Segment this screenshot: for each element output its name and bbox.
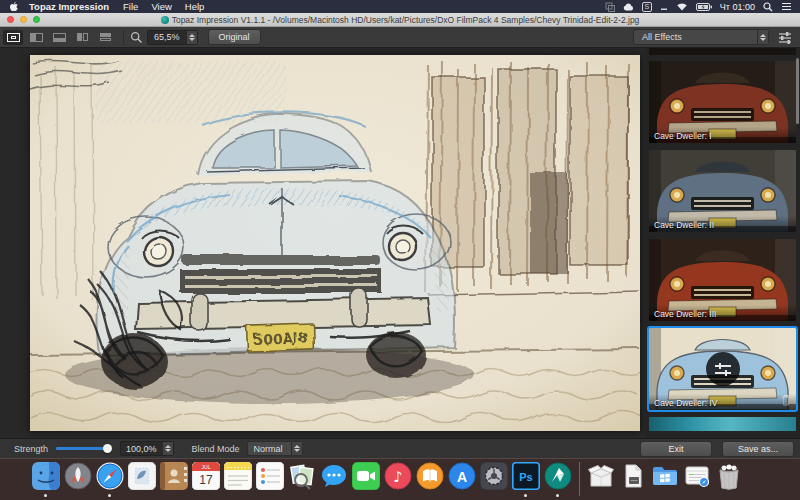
action-buttons: Exit Save as... [640, 441, 800, 457]
dock-topaz-impression[interactable] [544, 462, 572, 490]
windows-folder-icon [651, 462, 679, 490]
blend-mode-stepper[interactable] [291, 442, 302, 455]
menu-view[interactable]: View [151, 1, 171, 12]
running-indicator [108, 494, 111, 497]
zoom-stepper[interactable] [186, 31, 197, 44]
dock-appstore[interactable]: A [448, 462, 476, 490]
dock-divider [579, 462, 580, 496]
blend-mode-label: Blend Mode [192, 444, 240, 454]
image-canvas[interactable]: 500AJ8 [0, 48, 645, 438]
apple-menu-icon[interactable] [9, 1, 19, 12]
dock-files-stack[interactable] [619, 462, 647, 490]
dock-facetime[interactable] [352, 462, 380, 490]
window-title-bar[interactable]: Topaz Impression V1.1.1 - /Volumes/Macin… [0, 13, 800, 27]
view-mode-single-button[interactable] [3, 30, 23, 45]
strength-value-control[interactable]: 100,0% [120, 441, 174, 456]
app-toolbar: 65,5% Original All Effects [0, 27, 800, 48]
slider-fill [56, 447, 105, 450]
effect-settings-icon[interactable] [778, 31, 792, 44]
itunes-note-glyph: ♪ [393, 468, 403, 486]
notes-icon [224, 462, 252, 490]
running-indicator [524, 494, 527, 497]
dock-messages[interactable] [320, 462, 348, 490]
strength-value: 100,0% [121, 444, 162, 454]
effects-filter-stepper[interactable] [757, 30, 768, 44]
notification-center-icon[interactable] [781, 2, 792, 11]
facetime-icon [352, 462, 380, 490]
dock-system-preferences[interactable] [480, 462, 508, 490]
dock-documents-stack[interactable] [587, 462, 615, 490]
cloud-status-icon[interactable] [623, 2, 634, 11]
preset-label: Cave Dweller: III [649, 305, 796, 321]
files-stack-icon [619, 462, 647, 490]
blend-mode-select[interactable]: Normal [247, 441, 303, 456]
dock-launchpad[interactable] [64, 462, 92, 490]
preset-thumb-partial-bottom[interactable] [649, 417, 796, 431]
dock-preview[interactable] [288, 462, 316, 490]
preset-adjust-button[interactable] [706, 352, 740, 386]
dock-photoshop[interactable]: Ps [512, 462, 540, 490]
spotlight-icon[interactable] [763, 2, 773, 12]
messages-icon [320, 462, 348, 490]
dock-notes[interactable] [224, 462, 252, 490]
menu-bar: Topaz Impression File View Help S Чт 01:… [0, 0, 800, 13]
preset-thumbnail[interactable]: Cave Dweller: II [649, 150, 796, 232]
preset-thumbnail[interactable]: Cave Dweller: III [649, 239, 796, 321]
reminders-icon [256, 462, 284, 490]
toolbar-separator [123, 30, 124, 44]
menubar-app-name[interactable]: Topaz Impression [29, 1, 109, 12]
preset-thumb-partial-top[interactable] [649, 48, 796, 55]
photoshop-icon: Ps [512, 462, 540, 490]
dock-safari[interactable] [96, 462, 124, 490]
safari-icon [96, 462, 124, 490]
zoom-level-control[interactable]: 65,5% [147, 30, 198, 45]
strength-slider[interactable] [56, 444, 112, 453]
dock-calendar[interactable]: JUL 17 [192, 462, 220, 490]
original-button[interactable]: Original [208, 29, 261, 45]
effects-filter-select[interactable]: All Effects [633, 29, 769, 45]
exit-button[interactable]: Exit [640, 441, 712, 457]
sidebar-scrollbar[interactable] [796, 58, 799, 124]
dock-mail[interactable] [128, 462, 156, 490]
wifi-icon[interactable] [676, 2, 688, 11]
dock-ibooks[interactable] [416, 462, 444, 490]
blend-mode-value: Normal [248, 444, 291, 454]
save-as-button[interactable]: Save as... [722, 441, 794, 457]
preset-label: Cave Dweller: IV [649, 394, 796, 410]
bottom-control-bar: Strength 100,0% Blend Mode Normal Exit S… [0, 438, 800, 458]
dock-reminders[interactable] [256, 462, 284, 490]
view-mode-split-horizontal-button[interactable] [49, 30, 69, 45]
strength-stepper[interactable] [162, 442, 173, 455]
launchpad-icon [64, 462, 92, 490]
system-preferences-icon [480, 462, 508, 490]
dock-window-stack[interactable] [683, 462, 711, 490]
sliders-icon [715, 372, 731, 374]
preset-thumbnail[interactable]: Cave Dweller: I [649, 61, 796, 143]
view-mode-split-button[interactable] [26, 30, 46, 45]
menubar-clock[interactable]: Чт 01:00 [720, 2, 755, 12]
input-menu-icon[interactable] [660, 3, 668, 11]
battery-charging-icon[interactable] [696, 3, 712, 11]
menu-help[interactable]: Help [185, 1, 205, 12]
contacts-icon [160, 462, 188, 490]
running-indicator [556, 494, 559, 497]
menu-file[interactable]: File [123, 1, 138, 12]
preset-thumbnail[interactable]: Cave Dweller: IV [649, 328, 796, 410]
paste-helper-icon[interactable] [605, 2, 615, 12]
view-mode-dual-button[interactable] [72, 30, 92, 45]
slider-knob[interactable] [103, 444, 112, 453]
zoom-tool-icon[interactable] [130, 31, 143, 44]
dock-itunes[interactable]: ♪ [384, 462, 412, 490]
main-area: 500AJ8 [0, 48, 800, 438]
topaz-app-icon [161, 16, 169, 24]
dock-finder[interactable] [32, 462, 60, 490]
documents-stack-icon [587, 462, 615, 490]
dock-trash[interactable] [715, 462, 743, 490]
dock-windows-folder[interactable] [651, 462, 679, 490]
dock-contacts[interactable] [160, 462, 188, 490]
window-stack-icon [683, 462, 711, 490]
trash-full-icon [715, 462, 743, 490]
view-mode-dual-stacked-button[interactable] [95, 30, 115, 45]
letter-badge-icon[interactable]: S [642, 2, 652, 12]
desktop: Topaz Impression File View Help S Чт 01:… [0, 0, 800, 500]
